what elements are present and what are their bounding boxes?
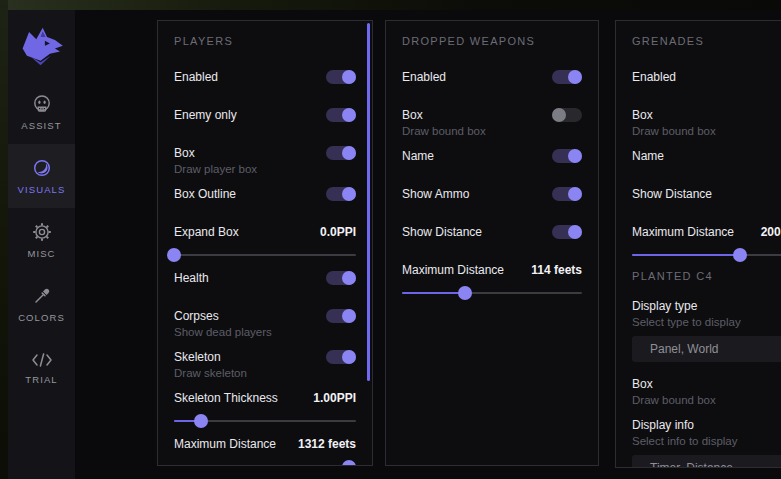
enabled-setting: Enabled xyxy=(402,69,582,85)
slider-knob[interactable] xyxy=(458,286,472,300)
toggle-knob xyxy=(342,187,356,201)
show-ammo-setting: Show Ammo xyxy=(402,186,582,202)
name-labels: Name xyxy=(632,148,664,164)
box-outline-toggle[interactable] xyxy=(326,187,356,201)
show-ammo-toggle[interactable] xyxy=(552,187,582,201)
show-distance-label: Show Distance xyxy=(402,224,482,240)
toggle-knob xyxy=(342,70,356,84)
display-type-setting: Display typeSelect type to displayPanel,… xyxy=(632,298,781,362)
toggle-knob xyxy=(342,146,356,160)
enabled-label: Enabled xyxy=(632,69,676,85)
panel-grenades: GRENADESEnabledBoxDraw bound boxNameShow… xyxy=(615,20,781,468)
panel-players: PLAYERSEnabledEnemy onlyBoxDraw player b… xyxy=(157,20,373,466)
sidebar-item-assist[interactable]: ASSIST xyxy=(8,80,75,144)
health-setting: Health xyxy=(174,270,356,286)
code-icon xyxy=(31,352,53,368)
panel-dropped-weapons: DROPPED WEAPONSEnabledBoxDraw bound boxN… xyxy=(385,20,599,466)
box-sublabel: Draw bound box xyxy=(632,393,716,407)
wolf-logo[interactable] xyxy=(8,10,75,80)
maximum-distance-slider[interactable] xyxy=(402,286,582,300)
maximum-distance-slider[interactable] xyxy=(632,248,781,262)
maximum-distance-row: Maximum Distance200 feets xyxy=(632,224,781,240)
box-outline-label: Box Outline xyxy=(174,186,236,202)
corpses-sublabel: Show dead players xyxy=(174,325,272,339)
skeleton-sublabel: Draw skeleton xyxy=(174,366,247,380)
show-distance-labels: Show Distance xyxy=(632,186,712,202)
show-distance-toggle[interactable] xyxy=(552,225,582,239)
slider-knob[interactable] xyxy=(733,248,747,262)
toggle-knob xyxy=(552,108,566,122)
toggle-knob xyxy=(568,149,582,163)
skeleton-thickness-value: 1.00PPI xyxy=(313,391,356,405)
box-toggle[interactable] xyxy=(326,146,356,160)
box-label: Box xyxy=(632,107,716,123)
box-toggle[interactable] xyxy=(552,108,582,122)
expand-box-setting: Expand Box0.0PPI xyxy=(174,224,356,262)
box-setting: BoxDraw bound box xyxy=(632,107,781,138)
display-info-select[interactable]: Timer, Distance xyxy=(632,455,781,468)
panel-title: DROPPED WEAPONS xyxy=(402,35,582,47)
maximum-distance-value: 200 feets xyxy=(761,225,781,239)
sidebar-item-label: VISUALS xyxy=(18,184,66,195)
maximum-distance-value: 114 feets xyxy=(531,263,582,277)
eyedropper-icon xyxy=(32,286,52,306)
box-label: Box xyxy=(402,107,486,123)
panel-scrollbar[interactable] xyxy=(367,23,370,381)
box-setting: BoxDraw player box xyxy=(174,145,356,176)
slider-fill xyxy=(632,254,740,256)
sidebar: ASSIST VISUALS MISC COLORS TRIAL xyxy=(8,10,75,479)
enabled-toggle[interactable] xyxy=(552,70,582,84)
display-type-select[interactable]: Panel, World xyxy=(632,336,781,362)
corpses-toggle[interactable] xyxy=(326,309,356,323)
maximum-distance-slider[interactable] xyxy=(174,460,356,466)
sidebar-item-label: COLORS xyxy=(18,312,65,323)
enabled-labels: Enabled xyxy=(632,69,676,85)
show-distance-setting: Show Distance xyxy=(632,186,781,202)
enabled-setting: Enabled xyxy=(174,69,356,85)
enemy-only-toggle[interactable] xyxy=(326,108,356,122)
maximum-distance-value: 1312 feets xyxy=(298,437,356,451)
skeleton-setting: SkeletonDraw skeleton xyxy=(174,349,356,380)
enemy-only-labels: Enemy only xyxy=(174,107,237,123)
skeleton-thickness-slider[interactable] xyxy=(174,414,356,428)
show-ammo-labels: Show Ammo xyxy=(402,186,469,202)
enabled-setting: Enabled xyxy=(632,69,781,85)
sidebar-item-label: MISC xyxy=(27,248,55,259)
name-toggle[interactable] xyxy=(552,149,582,163)
enabled-labels: Enabled xyxy=(402,69,446,85)
display-info-setting: Display infoSelect info to displayTimer,… xyxy=(632,417,781,468)
box-sublabel: Draw player box xyxy=(174,162,257,176)
health-toggle[interactable] xyxy=(326,271,356,285)
game-background-top xyxy=(0,0,781,10)
sidebar-item-label: TRIAL xyxy=(25,374,57,385)
slider-fill xyxy=(402,292,465,294)
box-setting: BoxDraw bound box xyxy=(402,107,582,138)
toggle-knob xyxy=(342,309,356,323)
display-type-selected-value: Panel, World xyxy=(650,342,718,356)
enabled-toggle[interactable] xyxy=(326,70,356,84)
display-info-selected-value: Timer, Distance xyxy=(650,461,733,468)
expand-box-label: Expand Box xyxy=(174,224,239,240)
expand-box-row: Expand Box0.0PPI xyxy=(174,224,356,240)
skeleton-toggle[interactable] xyxy=(326,350,356,364)
sidebar-item-misc[interactable]: MISC xyxy=(8,208,75,272)
section-title-planted-c4: PLANTED C4 xyxy=(632,270,781,282)
skeleton-thickness-row: Skeleton Thickness1.00PPI xyxy=(174,390,356,406)
slider-knob[interactable] xyxy=(167,248,181,262)
health-label: Health xyxy=(174,270,209,286)
toggle-knob xyxy=(342,108,356,122)
expand-box-slider[interactable] xyxy=(174,248,356,262)
sidebar-item-trial[interactable]: TRIAL xyxy=(8,336,75,400)
toggle-knob xyxy=(568,70,582,84)
slider-knob[interactable] xyxy=(342,460,356,466)
slider-knob[interactable] xyxy=(194,414,208,428)
corpses-label: Corpses xyxy=(174,308,272,324)
sidebar-item-visuals[interactable]: VISUALS xyxy=(8,144,75,208)
sidebar-item-label: ASSIST xyxy=(21,120,61,131)
toggle-knob xyxy=(342,350,356,364)
sidebar-item-colors[interactable]: COLORS xyxy=(8,272,75,336)
box-sublabel: Draw bound box xyxy=(402,124,486,138)
maximum-distance-setting: Maximum Distance200 feets xyxy=(632,224,781,262)
cheat-menu-window: ASSIST VISUALS MISC COLORS TRIAL PLAYERS… xyxy=(8,10,781,479)
box-outline-labels: Box Outline xyxy=(174,186,236,202)
